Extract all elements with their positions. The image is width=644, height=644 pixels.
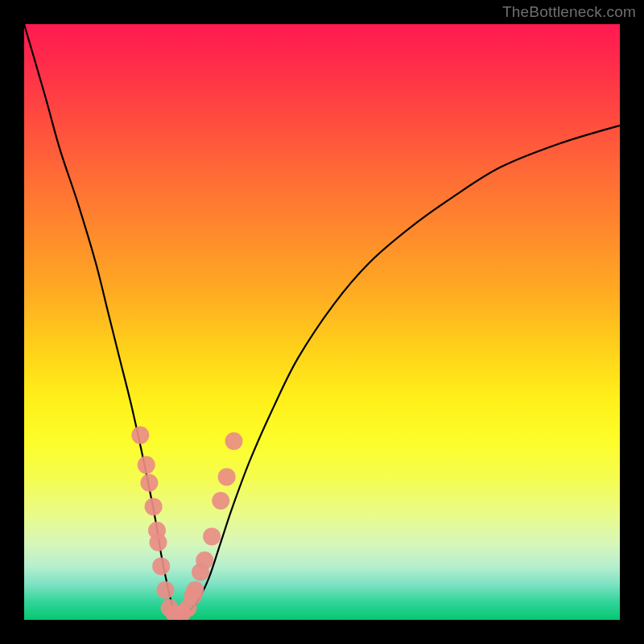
scatter-point	[150, 534, 167, 551]
scatter-point	[138, 456, 155, 474]
curve-series	[24, 24, 620, 615]
scatter-point	[156, 581, 174, 599]
curve-line	[24, 24, 620, 615]
scatter-point	[140, 474, 158, 492]
scatter-point	[225, 432, 242, 450]
chart-svg	[24, 24, 620, 620]
scatter-point	[218, 468, 236, 485]
plot-area	[24, 24, 620, 620]
scatter-point	[196, 551, 213, 569]
scatter-point	[186, 581, 204, 599]
scatter-point	[212, 492, 229, 510]
scatter-point	[131, 427, 149, 444]
watermark-text: TheBottleneck.com	[502, 3, 636, 21]
scatter-point	[152, 557, 170, 575]
scatter-point	[203, 527, 221, 545]
chart-frame: TheBottleneck.com	[0, 0, 644, 644]
scatter-point	[145, 497, 163, 515]
scatter-points	[131, 427, 242, 620]
